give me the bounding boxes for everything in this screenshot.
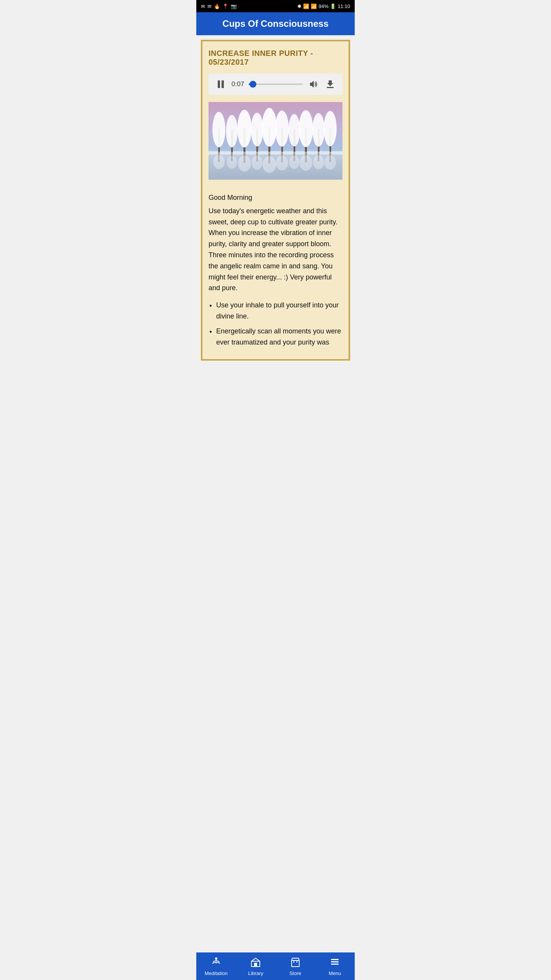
svg-point-40	[251, 155, 262, 170]
svg-point-42	[276, 155, 288, 170]
article-title: INCREASE INNER PURITY - 05/23/2017	[209, 49, 342, 67]
status-bar: ✉ ✉ 🔥 📍 📷 ✱ 📶 📶 94% 🔋 11:10	[196, 0, 355, 12]
svg-point-44	[300, 155, 313, 171]
svg-rect-2	[327, 87, 334, 88]
article-image	[209, 95, 342, 187]
flame-icon: 🔥	[214, 3, 220, 9]
svg-point-8	[212, 112, 225, 147]
email-icon-2: ✉	[207, 3, 212, 9]
article-bullets: Use your inhale to pull yourself into yo…	[209, 300, 342, 348]
bullet-item-1: Use your inhale to pull yourself into yo…	[216, 300, 342, 322]
battery-icon: 🔋	[330, 3, 336, 9]
winter-scene-svg	[209, 95, 342, 187]
camera-icon: 📷	[231, 3, 237, 9]
svg-point-37	[213, 155, 225, 169]
audio-progress-track[interactable]	[249, 83, 303, 85]
svg-marker-0	[310, 81, 314, 88]
svg-point-10	[226, 115, 238, 147]
app-title: Cups Of Consciousness	[222, 18, 328, 29]
signal-icon: 📶	[311, 3, 317, 9]
article-body: Good Morning Use today's energetic weath…	[209, 192, 342, 348]
svg-point-46	[324, 155, 336, 170]
time-display: 11:10	[337, 3, 350, 9]
svg-point-39	[238, 155, 251, 172]
svg-point-14	[251, 113, 263, 146]
svg-point-43	[289, 155, 300, 169]
bullet-item-2: Energetically scan all moments you were …	[216, 326, 342, 348]
svg-point-12	[237, 110, 251, 147]
pause-icon	[218, 80, 224, 88]
article-greeting: Good Morning	[209, 192, 342, 203]
svg-point-16	[262, 108, 277, 147]
download-icon	[325, 79, 335, 89]
svg-point-45	[313, 155, 324, 169]
svg-point-18	[275, 111, 289, 147]
wifi-icon: 📶	[303, 3, 309, 9]
volume-icon	[308, 79, 318, 89]
location-icon: 📍	[222, 3, 228, 9]
article-text: Use today's energetic weather and this s…	[209, 207, 337, 292]
app-header: Cups Of Consciousness	[196, 12, 355, 35]
battery-percent: 94%	[318, 3, 328, 9]
volume-button[interactable]	[307, 78, 320, 90]
audio-player: 0:07	[209, 74, 342, 95]
download-button[interactable]	[324, 78, 336, 90]
svg-rect-6	[209, 151, 342, 154]
main-content: INCREASE INNER PURITY - 05/23/2017 0:07	[201, 40, 350, 361]
svg-point-38	[227, 156, 237, 169]
status-right: ✱ 📶 📶 94% 🔋 11:10	[297, 3, 350, 9]
audio-progress-thumb	[249, 81, 256, 88]
svg-point-41	[262, 156, 276, 173]
svg-point-26	[324, 111, 337, 146]
bluetooth-icon: ✱	[297, 3, 302, 9]
svg-point-24	[312, 113, 324, 147]
svg-point-20	[289, 114, 300, 147]
audio-time: 0:07	[231, 80, 244, 88]
pause-button[interactable]	[215, 78, 227, 90]
svg-marker-1	[327, 80, 333, 86]
status-left: ✉ ✉ 🔥 📍 📷	[201, 3, 237, 9]
svg-point-22	[299, 110, 313, 147]
email-icon-1: ✉	[201, 3, 205, 9]
